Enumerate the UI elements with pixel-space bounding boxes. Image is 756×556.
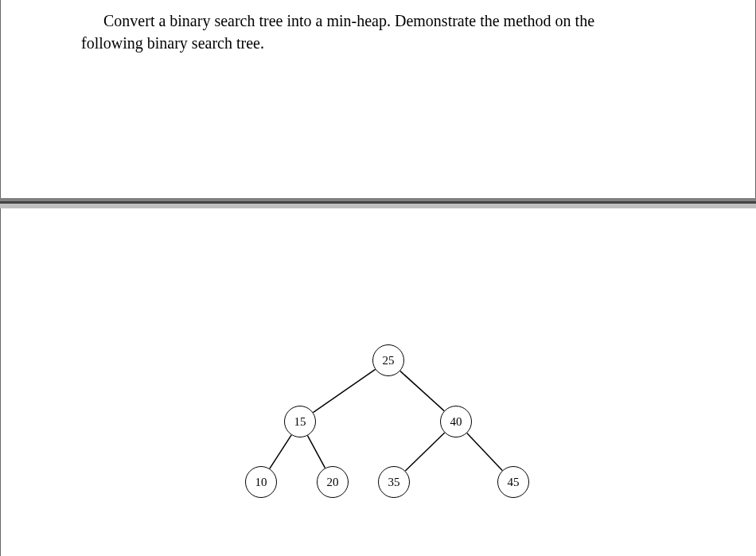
tree-node-10: 10 [245,466,277,498]
tree-node-20: 20 [317,466,349,498]
bst-tree: 25154010203545 [1,208,756,556]
tree-edge [313,369,375,412]
tree-edge [467,434,502,471]
tree-node-45: 45 [497,466,529,498]
tree-node-15: 15 [284,406,316,437]
tree-edge [270,435,291,469]
tree-node-40: 40 [440,406,472,437]
tree-node-35: 35 [378,466,410,498]
tree-edges [1,208,756,556]
question-prompt: Convert a binary search tree into a min-… [81,10,673,54]
question-panel: Convert a binary search tree into a min-… [0,0,756,198]
diagram-panel: 25154010203545 [0,208,755,556]
page: Convert a binary search tree into a min-… [0,0,756,556]
prompt-line-2: following binary search tree. [81,34,264,52]
prompt-line-1: Convert a binary search tree into a min-… [81,10,673,32]
tree-edge [405,433,444,471]
tree-edge [307,436,325,469]
tree-edge [400,371,444,410]
panel-divider [0,198,756,208]
tree-node-25: 25 [372,344,404,376]
